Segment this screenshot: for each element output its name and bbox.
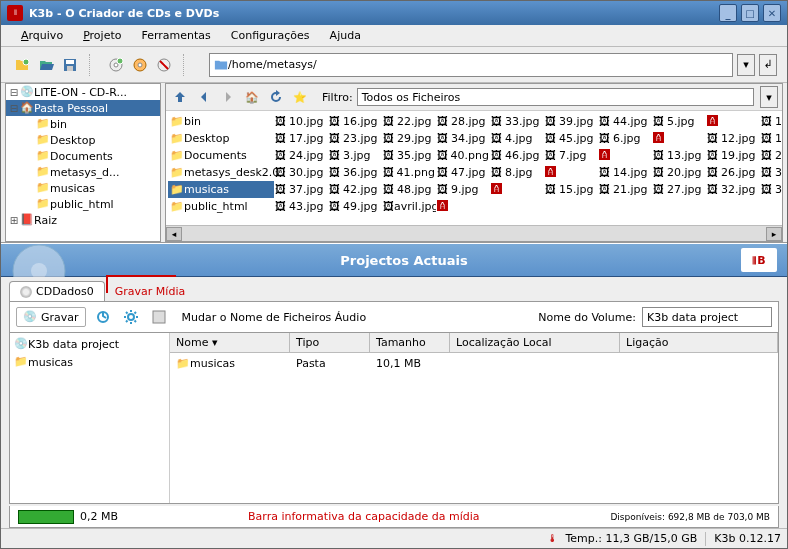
file-item[interactable]: 🖼10.jpg — [274, 113, 328, 130]
file-item[interactable]: 🖼24.jpg — [274, 147, 328, 164]
file-item[interactable]: 🖼42.jpg — [328, 181, 382, 198]
disc-erase-button[interactable] — [153, 54, 175, 76]
tree-documents[interactable]: 📁Documents — [6, 148, 160, 164]
open-button[interactable] — [35, 54, 57, 76]
file-item[interactable]: 🖼26.jpg — [706, 164, 760, 181]
file-item[interactable]: 🖼36.jpg — [328, 164, 382, 181]
tree-public-html[interactable]: 📁public_html — [6, 196, 160, 212]
col-tamanho[interactable]: Tamanho — [370, 333, 450, 352]
file-item[interactable]: 🖼28.jpg — [436, 113, 490, 130]
file-item[interactable]: 🖼45.jpg — [544, 130, 598, 147]
project-musicas[interactable]: 📁musicas — [12, 353, 167, 371]
file-item[interactable]: 🖼15.jpg — [544, 181, 598, 198]
file-item[interactable]: 🖼18.jpg — [760, 130, 782, 147]
folder-item[interactable]: 📁Desktop — [168, 130, 274, 147]
filter-combo[interactable]: Todos os Ficheiros — [357, 88, 754, 106]
file-item[interactable]: 🖼20.jpg — [652, 164, 706, 181]
menu-arquivo[interactable]: Arquivo — [11, 27, 73, 44]
file-item[interactable]: 🖼39.jpg — [544, 113, 598, 130]
tree-metasys[interactable]: 📁metasys_d... — [6, 164, 160, 180]
save-button[interactable] — [59, 54, 81, 76]
nav-home-button[interactable]: 🏠 — [242, 87, 262, 107]
nav-reload-button[interactable] — [266, 87, 286, 107]
tree-raiz[interactable]: ⊞📕Raiz — [6, 212, 160, 228]
project-file-list[interactable]: Nome ▾ Tipo Tamanho Localização Local Li… — [170, 333, 778, 503]
new-project-button[interactable] — [11, 54, 33, 76]
volume-input[interactable] — [642, 307, 772, 327]
file-item[interactable]: 🖼12.jpg — [706, 130, 760, 147]
nav-back-button[interactable] — [194, 87, 214, 107]
file-item[interactable]: 🖼41.png — [382, 164, 436, 181]
menu-ajuda[interactable]: Ajuda — [320, 27, 371, 44]
menu-ferramentas[interactable]: Ferramentas — [131, 27, 220, 44]
edit-boot-button[interactable] — [148, 306, 170, 328]
import-button[interactable] — [92, 306, 114, 328]
file-item[interactable]: 🖼29.jpg — [382, 130, 436, 147]
file-item[interactable]: 🖼14.jpg — [598, 164, 652, 181]
file-item[interactable]: 🅰 — [598, 147, 652, 164]
file-item[interactable]: 🅰 — [490, 181, 544, 198]
file-item[interactable]: 🖼30.jpg — [274, 164, 328, 181]
file-item[interactable]: 🖼35.jpg — [382, 147, 436, 164]
path-input[interactable]: /home/metasys/ — [209, 53, 733, 77]
file-item[interactable]: 🖼19.jpg — [706, 147, 760, 164]
file-item[interactable]: 🅰 — [652, 130, 706, 147]
file-item[interactable]: 🖼31.jpg — [760, 164, 782, 181]
tree-desktop[interactable]: 📁Desktop — [6, 132, 160, 148]
scroll-right-button[interactable]: ▸ — [766, 227, 782, 241]
file-item[interactable]: 🖼7.jpg — [544, 147, 598, 164]
tree-pasta-pessoal[interactable]: ⊟🏠Pasta Pessoal — [6, 100, 160, 116]
file-item[interactable]: 🖼32.jpg — [706, 181, 760, 198]
nav-up-button[interactable] — [170, 87, 190, 107]
file-item[interactable]: 🖼43.jpg — [274, 198, 328, 215]
file-item[interactable]: 🖼46.jpg — [490, 147, 544, 164]
folder-item[interactable]: 📁public_html — [168, 198, 274, 215]
folder-tree[interactable]: ⊟💿LITE-ON - CD-R... ⊟🏠Pasta Pessoal 📁bin… — [5, 83, 161, 242]
close-button[interactable]: ✕ — [763, 4, 781, 22]
file-item[interactable]: 🖼6.jpg — [598, 130, 652, 147]
maximize-button[interactable]: □ — [741, 4, 759, 22]
file-item[interactable]: 🖼avril.jpg — [382, 198, 436, 215]
project-tree[interactable]: 💿K3b data project 📁musicas — [10, 333, 170, 503]
disc-format-button[interactable] — [129, 54, 151, 76]
file-item[interactable]: 🖼8.jpg — [490, 164, 544, 181]
file-item[interactable]: 🖼16.jpg — [328, 113, 382, 130]
minimize-button[interactable]: _ — [719, 4, 737, 22]
col-localizacao[interactable]: Localização Local — [450, 333, 620, 352]
nav-forward-button[interactable] — [218, 87, 238, 107]
project-root[interactable]: 💿K3b data project — [12, 335, 167, 353]
file-item[interactable]: 🖼37.jpg — [274, 181, 328, 198]
file-item[interactable]: 🖼48.jpg — [382, 181, 436, 198]
tree-bin[interactable]: 📁bin — [6, 116, 160, 132]
nav-bookmark-button[interactable]: ⭐ — [290, 87, 310, 107]
file-item[interactable]: 🖼25.jpg — [760, 147, 782, 164]
file-item[interactable]: 🖼13.jpg — [652, 147, 706, 164]
file-item[interactable]: 🖼22.jpg — [382, 113, 436, 130]
folder-item[interactable]: 📁metasys_desk2.0 — [168, 164, 274, 181]
file-item[interactable]: 🖼33.jpg — [490, 113, 544, 130]
folder-item[interactable]: 📁bin — [168, 113, 274, 130]
file-item[interactable]: 🖼23.jpg — [328, 130, 382, 147]
list-row[interactable]: 📁musicas Pasta 10,1 MB — [170, 353, 778, 375]
col-tipo[interactable]: Tipo — [290, 333, 370, 352]
menu-configuracoes[interactable]: Configurações — [221, 27, 320, 44]
path-clear-button[interactable]: ↲ — [759, 54, 777, 76]
file-item[interactable]: 🖼17.jpg — [274, 130, 328, 147]
burn-button[interactable]: 💿 Gravar — [16, 307, 86, 327]
file-item[interactable]: 🖼9.jpg — [436, 181, 490, 198]
folder-item[interactable]: 📁Documents — [168, 147, 274, 164]
file-item[interactable]: 🅰 — [544, 164, 598, 181]
file-item[interactable]: 🅰 — [436, 198, 490, 215]
file-item[interactable]: 🅰 — [706, 113, 760, 130]
file-item[interactable]: 🖼21.jpg — [598, 181, 652, 198]
file-item[interactable]: 🖼3.jpg — [328, 147, 382, 164]
col-nome[interactable]: Nome ▾ — [170, 333, 290, 352]
tree-liteon[interactable]: ⊟💿LITE-ON - CD-R... — [6, 84, 160, 100]
file-item[interactable]: 🖼44.jpg — [598, 113, 652, 130]
file-item[interactable]: 🖼4.jpg — [490, 130, 544, 147]
file-item[interactable]: 🖼47.jpg — [436, 164, 490, 181]
menu-projeto[interactable]: Projeto — [73, 27, 131, 44]
filter-dropdown-button[interactable]: ▾ — [760, 86, 778, 108]
tree-musicas[interactable]: 📁musicas — [6, 180, 160, 196]
disc-copy-button[interactable] — [105, 54, 127, 76]
